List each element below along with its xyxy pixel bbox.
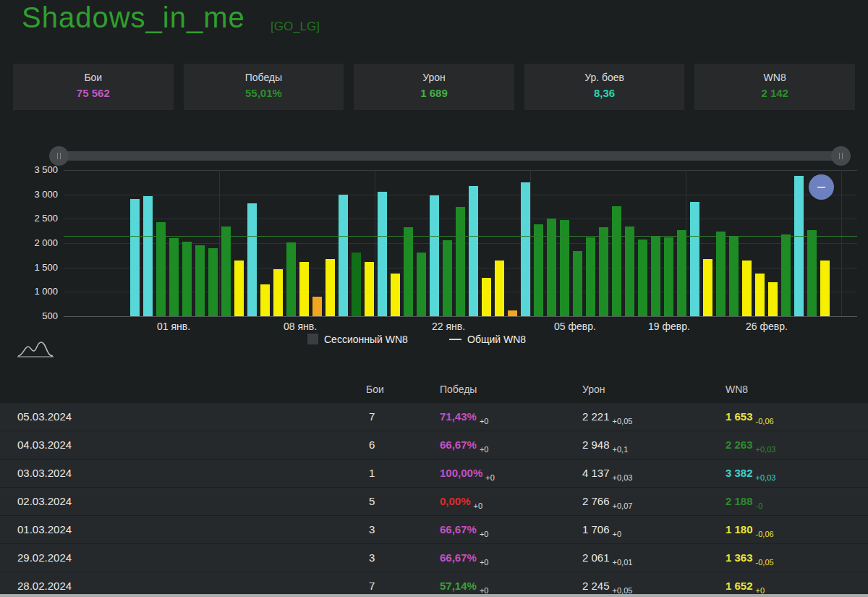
y-tick-label: 3 500: [20, 164, 58, 175]
gridline: [375, 170, 375, 316]
session-wn8-bar[interactable]: [195, 245, 205, 316]
session-wn8-bar[interactable]: [404, 227, 413, 316]
summary-card-label: Бои: [13, 72, 174, 83]
session-wn8-bar[interactable]: [729, 237, 739, 316]
session-wn8-bar[interactable]: [247, 203, 257, 316]
table-row[interactable]: 02.03.202450,00%+02 766+0,072 188-0: [0, 488, 868, 515]
table-row[interactable]: 03.03.20241100,00%+04 137+0,033 382+0,03: [0, 460, 868, 487]
session-wn8-bar[interactable]: [781, 234, 791, 316]
session-damage-value: 2 061: [582, 551, 610, 564]
session-wn8-bar[interactable]: [221, 226, 231, 316]
session-wn8-bar[interactable]: [312, 297, 322, 316]
session-wn8-bar[interactable]: [391, 274, 400, 316]
session-winrate-value: 57,14%: [440, 580, 477, 592]
session-wn8-bar[interactable]: [573, 251, 582, 316]
session-wn8-bar[interactable]: [430, 195, 439, 316]
session-wn8-bar[interactable]: [352, 253, 361, 316]
next-row-partial-strip: [0, 594, 868, 597]
session-wn8-bar[interactable]: [612, 206, 621, 316]
session-damage: 2 221+0,05: [582, 403, 632, 431]
legend-session-wn8-label[interactable]: Сессионный WN8: [324, 334, 408, 345]
session-wn8-bar[interactable]: [599, 227, 608, 316]
session-wn8-bar[interactable]: [326, 259, 335, 316]
session-wn8-bar[interactable]: [807, 230, 817, 316]
session-winrate-value: 100,00%: [440, 467, 482, 479]
gridline: [219, 170, 220, 316]
y-tick-label: 2 000: [20, 237, 58, 248]
session-wn8-bar[interactable]: [586, 237, 595, 316]
session-battles: 6: [369, 431, 375, 459]
session-wn8: 1 652+0: [726, 572, 765, 597]
session-wn8-bar[interactable]: [365, 262, 374, 316]
session-wn8-bar[interactable]: [273, 269, 283, 316]
x-tick-label: 26 февр.: [746, 321, 788, 332]
session-wn8-bar[interactable]: [260, 284, 270, 316]
session-damage: 2 948+0,1: [582, 431, 628, 460]
session-damage-value: 4 137: [582, 467, 610, 479]
session-winrate: 66,67%+0: [440, 431, 488, 460]
session-wn8-bar[interactable]: [508, 310, 517, 316]
session-wn8-bar[interactable]: [794, 176, 804, 316]
x-tick-label: 22 янв.: [432, 321, 465, 332]
session-wn8-bar[interactable]: [768, 282, 778, 316]
date-range-slider-handle-right[interactable]: [831, 146, 851, 166]
legend-session-wn8-swatch-icon: [307, 334, 318, 344]
chart-collapse-button[interactable]: −: [809, 174, 834, 200]
session-wn8-bar[interactable]: [495, 261, 504, 316]
session-wn8-value: 1 652: [726, 580, 753, 592]
table-row[interactable]: 29.02.2024366,67%+02 061+0,011 363-0,05: [0, 544, 868, 572]
session-wn8-bar[interactable]: [716, 232, 726, 316]
session-wn8-bar[interactable]: [664, 237, 673, 316]
gridline: [64, 195, 857, 195]
table-row[interactable]: 01.03.2024366,67%+01 706+01 180-0,06: [0, 516, 868, 543]
session-wn8-bar[interactable]: [286, 242, 296, 316]
session-damage-value: 2 766: [582, 495, 610, 507]
session-wn8-bar[interactable]: [469, 186, 478, 316]
session-wn8-bar[interactable]: [130, 199, 140, 316]
session-wn8-bar[interactable]: [482, 278, 491, 316]
wn8-chart-plot: [64, 170, 857, 316]
session-wn8-bar[interactable]: [651, 237, 660, 316]
session-wn8-bar[interactable]: [234, 261, 244, 316]
session-wn8-bar[interactable]: [560, 220, 569, 316]
session-winrate: 57,14%+0: [440, 572, 488, 597]
session-wn8-bar[interactable]: [690, 202, 699, 316]
table-row[interactable]: 28.02.2024757,14%+02 245+0,051 652+0: [0, 572, 868, 597]
table-row[interactable]: 05.03.2024771,43%+02 221+0,051 653-0,06: [0, 403, 868, 431]
y-tick-label: 1 500: [20, 262, 58, 273]
session-wn8-bar[interactable]: [182, 242, 192, 316]
session-damage: 2 245+0,05: [582, 572, 632, 597]
summary-card-value: 75 562: [13, 87, 174, 99]
session-wn8-bar[interactable]: [755, 274, 765, 316]
session-wn8-bar[interactable]: [547, 219, 556, 316]
session-battles: 5: [369, 488, 375, 515]
session-wn8-bar[interactable]: [638, 240, 647, 316]
session-wn8-bar[interactable]: [677, 230, 686, 316]
session-wn8-bar[interactable]: [417, 253, 426, 316]
session-wn8-bar[interactable]: [820, 261, 830, 316]
legend-overall-wn8-label[interactable]: Общий WN8: [467, 334, 526, 345]
session-wn8-bar[interactable]: [169, 238, 179, 316]
summary-card: Ур. боев8,36: [524, 64, 685, 110]
session-wn8-bar[interactable]: [299, 262, 309, 316]
session-wn8-bar[interactable]: [521, 182, 530, 316]
session-winrate-value: 71,43%: [440, 410, 477, 423]
session-wn8-bar[interactable]: [703, 259, 712, 316]
session-wn8-bar[interactable]: [208, 248, 218, 316]
session-wn8-bar[interactable]: [534, 224, 543, 316]
session-wn8-bar[interactable]: [456, 207, 465, 316]
summary-card-value: 1 689: [354, 87, 514, 99]
session-wn8-bar[interactable]: [625, 226, 634, 316]
table-row[interactable]: 04.03.2024666,67%+02 948+0,12 263+0,03: [0, 431, 868, 459]
session-wn8-bar[interactable]: [143, 196, 153, 316]
date-range-slider-track[interactable]: [54, 151, 846, 161]
session-wn8-bar[interactable]: [742, 261, 752, 316]
session-wn8-bar[interactable]: [339, 195, 348, 316]
gridline: [530, 170, 531, 316]
x-tick-label: 19 февр.: [648, 321, 690, 332]
session-wn8-bar[interactable]: [443, 240, 452, 316]
session-wn8-bar[interactable]: [378, 192, 387, 316]
session-damage-value: 2 245: [582, 580, 610, 592]
date-range-slider-handle-left[interactable]: [49, 146, 69, 166]
session-battles: 3: [369, 516, 375, 543]
